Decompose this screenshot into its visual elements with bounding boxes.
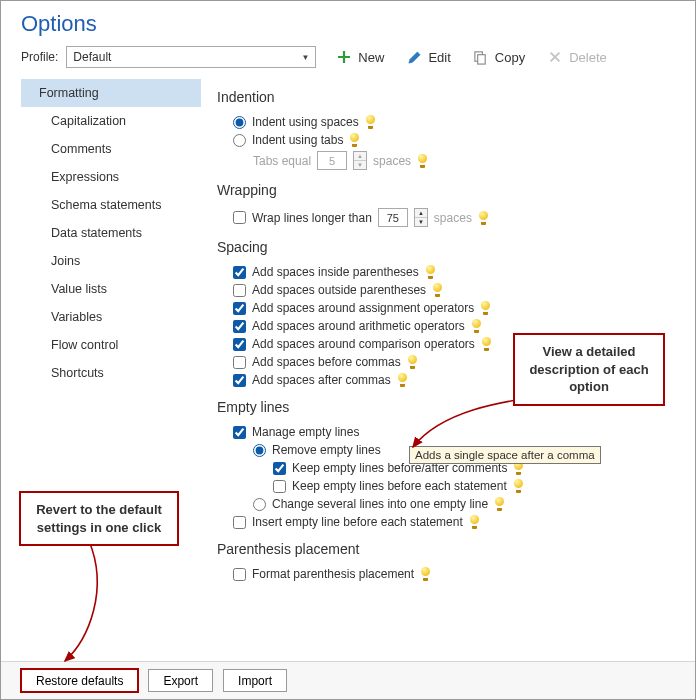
insert-empty-checkbox[interactable] — [233, 516, 246, 529]
section-paren: Parenthesis placement — [217, 541, 685, 557]
wrap-lines-label: Wrap lines longer than — [252, 211, 372, 225]
keep-statement-checkbox[interactable] — [273, 480, 286, 493]
footer-bar: Restore defaults Export Import — [1, 661, 695, 699]
sidebar-item-expressions[interactable]: Expressions — [21, 163, 201, 191]
indent-spaces-radio[interactable] — [233, 116, 246, 129]
lightbulb-icon[interactable] — [365, 115, 376, 129]
lightbulb-icon[interactable] — [480, 301, 491, 315]
after-commas-label: Add spaces after commas — [252, 373, 391, 387]
import-button[interactable]: Import — [223, 669, 287, 692]
edit-label: Edit — [428, 50, 450, 65]
callout-revert: Revert to the default settings in one cl… — [19, 491, 179, 546]
lightbulb-icon[interactable] — [494, 497, 505, 511]
sidebar-item-data[interactable]: Data statements — [21, 219, 201, 247]
new-button[interactable]: New — [328, 45, 392, 69]
inside-paren-checkbox[interactable] — [233, 266, 246, 279]
sidebar-item-formatting[interactable]: Formatting — [21, 79, 201, 107]
delete-label: Delete — [569, 50, 607, 65]
outside-paren-checkbox[interactable] — [233, 284, 246, 297]
manage-empty-checkbox[interactable] — [233, 426, 246, 439]
remove-empty-radio[interactable] — [253, 444, 266, 457]
assignment-label: Add spaces around assignment operators — [252, 301, 474, 315]
arithmetic-checkbox[interactable] — [233, 320, 246, 333]
lightbulb-icon[interactable] — [417, 154, 428, 168]
plus-icon — [336, 49, 352, 65]
keep-comments-checkbox[interactable] — [273, 462, 286, 475]
lightbulb-icon[interactable] — [432, 283, 443, 297]
assignment-checkbox[interactable] — [233, 302, 246, 315]
new-label: New — [358, 50, 384, 65]
copy-label: Copy — [495, 50, 525, 65]
lightbulb-icon[interactable] — [481, 337, 492, 351]
profile-toolbar: Profile: Default ▼ New Edit Copy Delete — [1, 41, 695, 79]
after-commas-checkbox[interactable] — [233, 374, 246, 387]
insert-empty-label: Insert empty line before each statement — [252, 515, 463, 529]
pencil-icon — [406, 49, 422, 65]
lightbulb-icon[interactable] — [425, 265, 436, 279]
inside-paren-label: Add spaces inside parentheses — [252, 265, 419, 279]
format-paren-checkbox[interactable] — [233, 568, 246, 581]
section-wrapping: Wrapping — [217, 182, 685, 198]
lightbulb-icon[interactable] — [420, 567, 431, 581]
wrap-lines-checkbox[interactable] — [233, 211, 246, 224]
sidebar-item-joins[interactable]: Joins — [21, 247, 201, 275]
restore-defaults-button[interactable]: Restore defaults — [21, 669, 138, 692]
outside-paren-label: Add spaces outside parentheses — [252, 283, 426, 297]
indent-spaces-label: Indent using spaces — [252, 115, 359, 129]
page-title: Options — [1, 1, 695, 41]
keep-statement-label: Keep empty lines before each statement — [292, 479, 507, 493]
sidebar-item-schema[interactable]: Schema statements — [21, 191, 201, 219]
edit-button[interactable]: Edit — [398, 45, 458, 69]
profile-select[interactable]: Default ▼ — [66, 46, 316, 68]
lightbulb-icon[interactable] — [471, 319, 482, 333]
delete-button: Delete — [539, 45, 615, 69]
copy-button[interactable]: Copy — [465, 45, 533, 69]
chevron-down-icon: ▼ — [301, 53, 309, 62]
change-lines-label: Change several lines into one empty line — [272, 497, 488, 511]
lightbulb-icon[interactable] — [349, 133, 360, 147]
indent-tabs-radio[interactable] — [233, 134, 246, 147]
arithmetic-label: Add spaces around arithmetic operators — [252, 319, 465, 333]
sidebar-item-flowcontrol[interactable]: Flow control — [21, 331, 201, 359]
callout-view-detail: View a detailed description of each opti… — [513, 333, 665, 406]
profile-selected-value: Default — [73, 50, 111, 64]
manage-empty-label: Manage empty lines — [252, 425, 359, 439]
tabs-equal-value[interactable]: 5 — [317, 151, 347, 170]
spinner-buttons[interactable]: ▲▼ — [414, 208, 428, 227]
wrap-suffix: spaces — [434, 211, 472, 225]
profile-label: Profile: — [21, 50, 58, 64]
format-paren-label: Format parenthesis placement — [252, 567, 414, 581]
remove-empty-label: Remove empty lines — [272, 443, 381, 457]
sidebar-item-variables[interactable]: Variables — [21, 303, 201, 331]
copy-icon — [473, 49, 489, 65]
before-commas-checkbox[interactable] — [233, 356, 246, 369]
sidebar-item-valuelists[interactable]: Value lists — [21, 275, 201, 303]
indent-tabs-label: Indent using tabs — [252, 133, 343, 147]
section-indention: Indention — [217, 89, 685, 105]
svg-rect-1 — [478, 54, 486, 63]
spinner-buttons[interactable]: ▲▼ — [353, 151, 367, 170]
lightbulb-icon[interactable] — [469, 515, 480, 529]
wrap-value[interactable]: 75 — [378, 208, 408, 227]
section-spacing: Spacing — [217, 239, 685, 255]
comparison-checkbox[interactable] — [233, 338, 246, 351]
sidebar-item-shortcuts[interactable]: Shortcuts — [21, 359, 201, 387]
lightbulb-icon[interactable] — [397, 373, 408, 387]
export-button[interactable]: Export — [148, 669, 213, 692]
tooltip-after-commas: Adds a single space after a comma — [409, 446, 601, 464]
lightbulb-icon[interactable] — [407, 355, 418, 369]
sidebar-item-comments[interactable]: Comments — [21, 135, 201, 163]
sidebar-item-capitalization[interactable]: Capitalization — [21, 107, 201, 135]
change-lines-radio[interactable] — [253, 498, 266, 511]
comparison-label: Add spaces around comparison operators — [252, 337, 475, 351]
tabs-equal-label: Tabs equal — [253, 154, 311, 168]
lightbulb-icon[interactable] — [513, 479, 524, 493]
close-icon — [547, 49, 563, 65]
tabs-suffix: spaces — [373, 154, 411, 168]
sidebar: Formatting Capitalization Comments Expre… — [1, 79, 201, 653]
before-commas-label: Add spaces before commas — [252, 355, 401, 369]
lightbulb-icon[interactable] — [478, 211, 489, 225]
